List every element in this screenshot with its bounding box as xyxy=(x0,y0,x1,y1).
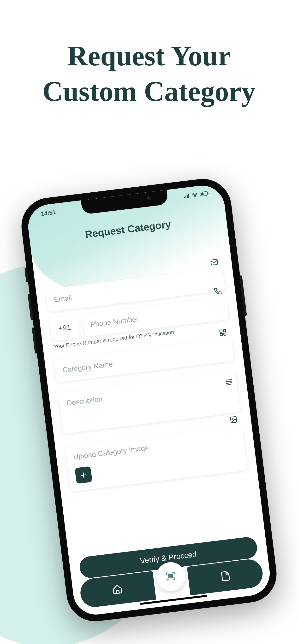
svg-point-4 xyxy=(195,196,195,197)
phone-power-button xyxy=(239,275,247,316)
svg-rect-1 xyxy=(185,196,186,198)
description-field-wrap xyxy=(58,372,241,434)
svg-rect-9 xyxy=(220,330,222,332)
wifi-icon xyxy=(192,192,198,199)
marketing-title-line2: Custom Category xyxy=(43,76,255,107)
phone-screen: 14:51 Request Category xyxy=(26,183,272,617)
image-icon xyxy=(229,415,238,424)
battery-icon xyxy=(200,190,209,198)
home-icon xyxy=(112,584,123,596)
upload-card: Upload Category Image + xyxy=(65,425,248,492)
svg-rect-8 xyxy=(211,259,218,265)
marketing-title-line1: Request Your xyxy=(67,40,231,72)
upload-label: Upload Category Image xyxy=(73,433,237,461)
phone-icon xyxy=(213,286,223,296)
svg-rect-2 xyxy=(187,195,188,198)
scan-icon xyxy=(165,570,177,583)
svg-line-14 xyxy=(226,381,232,382)
svg-line-15 xyxy=(226,382,232,383)
svg-rect-19 xyxy=(168,574,173,576)
svg-rect-10 xyxy=(223,330,226,332)
description-input[interactable] xyxy=(58,372,240,434)
svg-line-16 xyxy=(226,384,230,385)
upload-field-wrap: Upload Category Image + xyxy=(65,425,248,492)
mail-icon xyxy=(209,258,219,267)
country-code-select[interactable]: +91 xyxy=(49,315,80,341)
add-image-button[interactable]: + xyxy=(75,466,92,484)
svg-rect-11 xyxy=(220,333,222,336)
svg-point-18 xyxy=(232,418,233,420)
lines-icon xyxy=(224,377,234,387)
svg-rect-12 xyxy=(224,333,226,336)
svg-line-13 xyxy=(226,380,232,380)
document-icon xyxy=(220,570,232,583)
svg-rect-6 xyxy=(201,192,204,196)
marketing-title: Request Your Custom Category xyxy=(0,38,298,109)
form-container: +91 Your Phone Number is required for OT… xyxy=(44,253,256,561)
svg-rect-3 xyxy=(188,194,189,198)
svg-rect-7 xyxy=(208,192,209,194)
grid-icon xyxy=(218,328,228,337)
signal-icon xyxy=(184,192,190,200)
svg-rect-0 xyxy=(184,197,185,198)
svg-rect-20 xyxy=(169,576,173,578)
